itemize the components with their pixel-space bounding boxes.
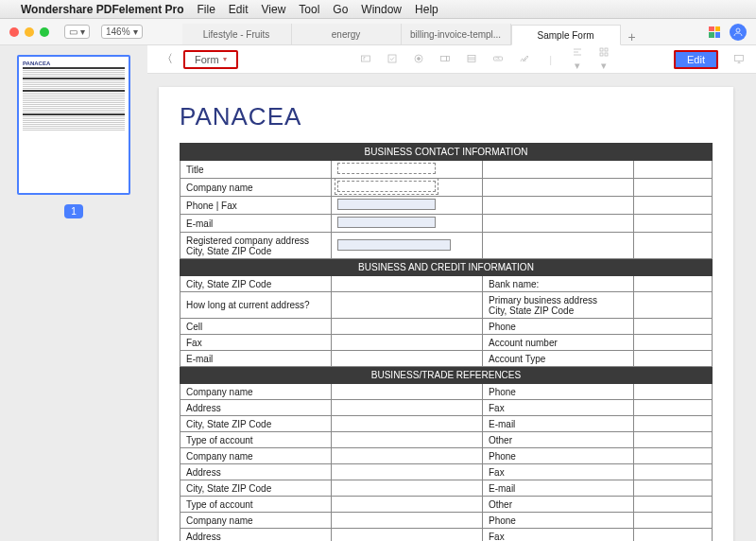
svg-rect-2 xyxy=(388,55,396,62)
table-row: FaxAccount number xyxy=(180,335,713,351)
menu-go[interactable]: Go xyxy=(333,3,348,16)
zoom-control[interactable]: 146% ▾ xyxy=(101,25,143,39)
back-button[interactable]: 〈 xyxy=(159,51,176,67)
maximize-window-icon[interactable] xyxy=(40,27,49,37)
form-dropdown[interactable]: Form▾ xyxy=(183,50,238,69)
menu-view[interactable]: View xyxy=(262,3,286,16)
form-input-address xyxy=(337,239,451,251)
svg-rect-14 xyxy=(735,55,744,61)
svg-rect-12 xyxy=(600,53,603,56)
tab-sample-form[interactable]: Sample Form xyxy=(511,25,621,45)
chevron-down-icon: ▾ xyxy=(223,55,227,63)
table-row: AddressFax xyxy=(180,400,713,416)
document-tabs: Lifestyle - Fruits energy billing-invoic… xyxy=(182,19,696,44)
button-field-icon[interactable]: OK xyxy=(491,53,505,66)
radio-button-icon[interactable] xyxy=(412,53,425,66)
reading-mode-icon[interactable] xyxy=(733,53,745,66)
svg-rect-5 xyxy=(440,56,446,61)
table-row: E-mail xyxy=(180,215,713,233)
apps-grid-icon[interactable] xyxy=(709,26,720,38)
table-row: Title xyxy=(180,161,713,179)
document-title: PANACEA xyxy=(180,102,713,131)
table-row: Type of accountOther xyxy=(180,497,713,513)
form-input-phone xyxy=(337,199,436,210)
text-field-icon[interactable] xyxy=(359,53,372,66)
svg-point-4 xyxy=(417,57,420,60)
current-page-badge[interactable]: 1 xyxy=(64,204,83,218)
table-row: City, State ZIP CodeE-mail xyxy=(180,416,713,432)
pdf-page: PANACEA BUSINESS CONTACT INFORMATION Tit… xyxy=(159,87,733,541)
table-row: Phone | Fax xyxy=(180,197,713,215)
table-row: Company namePhone xyxy=(180,513,713,529)
table-row: City, State ZIP CodeBank name: xyxy=(180,276,713,292)
thumbnail-sidebar: PANACEA 1 xyxy=(0,45,147,541)
form-input-email xyxy=(337,217,436,228)
svg-rect-11 xyxy=(605,48,608,51)
form-input-company xyxy=(337,181,436,192)
minimize-window-icon[interactable] xyxy=(25,27,34,37)
traffic-lights xyxy=(9,27,49,37)
svg-point-0 xyxy=(736,28,740,32)
menu-window[interactable]: Window xyxy=(361,3,402,16)
page-thumbnail[interactable]: PANACEA xyxy=(17,55,130,195)
svg-rect-7 xyxy=(468,55,475,61)
combobox-icon[interactable] xyxy=(438,53,452,66)
user-avatar[interactable] xyxy=(730,24,747,41)
form-tools: OK | ▾ ▾ xyxy=(359,46,610,72)
form-input-title xyxy=(337,163,436,174)
section-header: BUSINESS/TRADE REFERENCES xyxy=(180,367,713,384)
table-row: E-mailAccount Type xyxy=(180,351,713,367)
menu-tool[interactable]: Tool xyxy=(299,3,319,16)
section-header: BUSINESS CONTACT INFORMATION xyxy=(180,144,713,161)
table-row: Company name xyxy=(180,179,713,197)
app-name[interactable]: Wondershare PDFelement Pro xyxy=(21,3,184,16)
table-row: Registered company address City, State Z… xyxy=(180,233,713,259)
tab-billing[interactable]: billing-invoice-templ... xyxy=(402,24,511,44)
document-toolbar: 〈 Form▾ OK | ▾ ▾ Edit xyxy=(147,45,756,74)
menu-file[interactable]: File xyxy=(198,3,215,16)
checkbox-icon[interactable] xyxy=(386,53,399,66)
svg-rect-13 xyxy=(605,53,608,56)
more-tools-icon[interactable]: ▾ xyxy=(597,46,610,72)
layout-icon: ▭ xyxy=(69,26,77,37)
table-row: CellPhone xyxy=(180,319,713,335)
macos-menubar: Wondershare PDFelement Pro File Edit Vie… xyxy=(0,0,756,19)
table-row: AddressFax xyxy=(180,529,713,542)
close-window-icon[interactable] xyxy=(9,27,19,37)
svg-rect-1 xyxy=(361,56,369,61)
listbox-icon[interactable] xyxy=(465,53,478,66)
menu-edit[interactable]: Edit xyxy=(229,3,249,16)
table-row: Company namePhone xyxy=(180,448,713,464)
form-table: BUSINESS CONTACT INFORMATION Title Compa… xyxy=(180,143,713,541)
tab-lifestyle[interactable]: Lifestyle - Fruits xyxy=(182,24,292,44)
table-row: AddressFax xyxy=(180,464,713,480)
section-header: BUSINESS AND CREDIT INFORMATION xyxy=(180,259,713,276)
svg-text:OK: OK xyxy=(495,57,499,61)
zoom-value: 146% xyxy=(106,26,130,37)
table-row: City, State ZIP CodeE-mail xyxy=(180,480,713,497)
svg-rect-10 xyxy=(600,48,603,51)
document-viewport[interactable]: PANACEA BUSINESS CONTACT INFORMATION Tit… xyxy=(147,74,756,541)
signature-icon[interactable] xyxy=(518,53,531,66)
window-titlebar: ▭▾ 146% ▾ Lifestyle - Fruits energy bill… xyxy=(0,19,756,45)
menu-help[interactable]: Help xyxy=(415,3,438,16)
edit-button[interactable]: Edit xyxy=(674,50,718,69)
table-row: Type of accountOther xyxy=(180,432,713,448)
new-tab-button[interactable]: + xyxy=(621,29,644,44)
table-row: Company namePhone xyxy=(180,384,713,400)
align-dropdown-icon[interactable]: ▾ xyxy=(571,46,584,72)
view-layout-control[interactable]: ▭▾ xyxy=(64,25,90,39)
svg-rect-6 xyxy=(446,56,449,61)
tab-energy[interactable]: energy xyxy=(292,24,402,44)
table-row: How long at current address?Primary busi… xyxy=(180,292,713,319)
